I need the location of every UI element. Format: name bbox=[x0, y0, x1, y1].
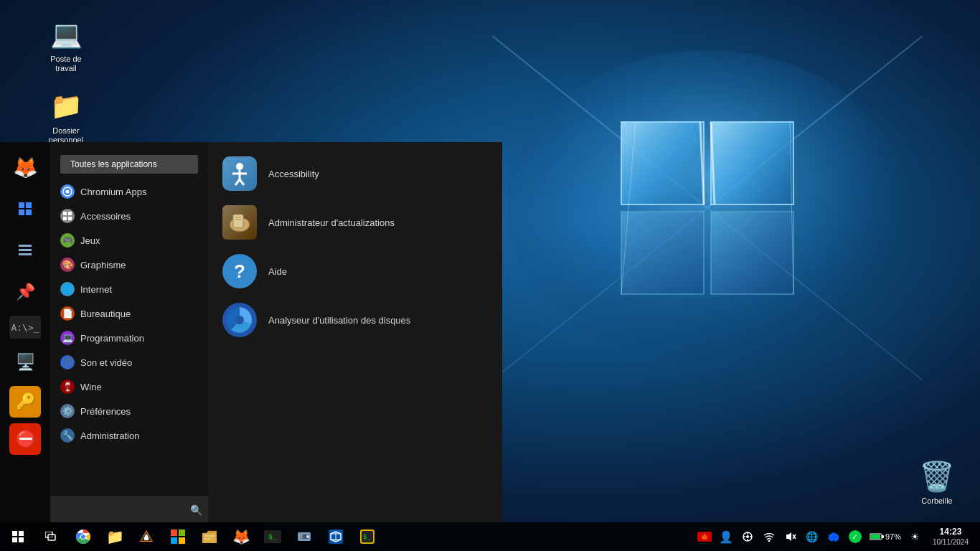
tray-audio-mute[interactable] bbox=[781, 522, 801, 551]
app-aide[interactable]: ? Aide bbox=[208, 247, 502, 296]
jeux-label: Jeux bbox=[80, 235, 100, 246]
tray-brightness[interactable]: ☀ bbox=[905, 522, 925, 551]
sidebar-icon-firefox[interactable]: 🦊 bbox=[7, 149, 43, 185]
svg-line-3 bbox=[492, 208, 707, 380]
tray-check[interactable]: ✓ bbox=[845, 522, 865, 551]
desktop-icon-dossier-personnel[interactable]: 📁 Dossier personnel bbox=[37, 86, 95, 148]
clock-time: 14:23 bbox=[940, 526, 962, 538]
sidebar-icon-key[interactable]: 🔑 bbox=[9, 386, 41, 418]
svg-point-22 bbox=[236, 163, 243, 170]
taskbar-store[interactable] bbox=[162, 522, 194, 551]
tray-network[interactable]: 🌐 bbox=[802, 522, 822, 551]
svg-marker-73 bbox=[786, 532, 791, 541]
app-admin-actualizations[interactable]: Administrateur d'actualizations bbox=[208, 198, 502, 247]
app-disk-analyzer[interactable]: Analyseur d'utilisation des disques bbox=[208, 296, 502, 344]
svg-point-34 bbox=[235, 316, 244, 324]
taskbar-vlc[interactable] bbox=[131, 522, 162, 551]
desktop-icon-poste-travail[interactable]: 💻 Poste de travail bbox=[37, 14, 95, 76]
sidebar-icon-sticky[interactable]: 📌 bbox=[7, 274, 43, 310]
svg-rect-53 bbox=[204, 535, 215, 537]
search-icon[interactable]: 🔍 bbox=[190, 504, 202, 516]
taskbar-firefox[interactable]: 🦊 bbox=[225, 522, 257, 551]
taskbar-terminal[interactable]: $_ bbox=[257, 522, 288, 551]
preferences-label: Préférences bbox=[80, 406, 131, 417]
category-accessoires[interactable]: Accessoires bbox=[50, 204, 208, 228]
svg-rect-54 bbox=[204, 538, 212, 540]
poste-travail-icon: 💻 bbox=[49, 17, 83, 52]
svg-rect-19 bbox=[68, 212, 72, 215]
svg-rect-20 bbox=[63, 217, 67, 220]
programmation-icon: 💻 bbox=[60, 331, 75, 345]
category-son-video[interactable]: 🎵 Son et vidéo bbox=[50, 350, 208, 375]
svg-rect-10 bbox=[26, 202, 32, 208]
svg-point-67 bbox=[746, 535, 749, 538]
graphisme-icon: 🎨 bbox=[60, 258, 75, 272]
sidebar-icon-store[interactable] bbox=[7, 191, 43, 227]
svg-line-8 bbox=[790, 122, 793, 294]
sidebar-icon-block[interactable]: ⛔ bbox=[9, 423, 41, 455]
svg-point-0 bbox=[507, 50, 908, 366]
svg-rect-51 bbox=[179, 537, 185, 544]
tray-battery[interactable]: 97% bbox=[867, 522, 904, 551]
taskbar-file-manager[interactable] bbox=[194, 522, 225, 551]
svg-rect-48 bbox=[171, 529, 177, 536]
tray-dropbox[interactable] bbox=[824, 522, 844, 551]
category-bureautique[interactable]: 📄 Bureautique bbox=[50, 301, 208, 326]
taskbar: 📁 bbox=[0, 522, 980, 551]
category-graphisme[interactable]: 🎨 Graphisme bbox=[50, 253, 208, 277]
svg-rect-36 bbox=[19, 531, 24, 536]
wine-icon: 🍷 bbox=[60, 380, 75, 394]
accessoires-icon bbox=[60, 209, 75, 223]
start-menu-sidebar: 🦊 📌 A:\>_ 🖥️ 🔑 ⛔ bbox=[0, 142, 50, 522]
sidebar-icon-terminal[interactable]: A:\>_ bbox=[9, 316, 41, 339]
category-programmation[interactable]: 💻 Programmation bbox=[50, 326, 208, 350]
tray-wifi[interactable] bbox=[759, 522, 779, 551]
svg-line-5 bbox=[621, 122, 636, 294]
poste-travail-label: Poste de travail bbox=[40, 55, 92, 73]
svg-line-6 bbox=[700, 122, 704, 204]
recycle-bin-label: Corbeille bbox=[921, 496, 952, 505]
category-jeux[interactable]: 🎮 Jeux bbox=[50, 228, 208, 253]
administration-icon: 🔧 bbox=[60, 428, 75, 443]
all-apps-button[interactable]: Toutes les applications bbox=[60, 155, 198, 174]
svg-rect-49 bbox=[179, 529, 185, 536]
dossier-icon: 📁 bbox=[49, 89, 83, 123]
recycle-bin-icon: 🗑️ bbox=[919, 460, 955, 494]
disk-analyzer-icon bbox=[222, 303, 257, 337]
sidebar-icon-tasks[interactable] bbox=[7, 232, 43, 268]
tray-flag[interactable]: 🍁 bbox=[694, 522, 715, 551]
svg-rect-15 bbox=[19, 253, 32, 255]
category-preferences[interactable]: ⚙️ Préférences bbox=[50, 399, 208, 423]
svg-point-43 bbox=[81, 534, 85, 539]
aide-icon: ? bbox=[222, 254, 257, 288]
taskbar-virtualbox[interactable] bbox=[320, 522, 352, 551]
bureautique-icon: 📄 bbox=[60, 306, 75, 321]
taskbar-task-view[interactable] bbox=[36, 522, 67, 551]
tray-clock[interactable]: 14:23 10/11/2024 bbox=[927, 522, 974, 551]
category-wine[interactable]: 🍷 Wine bbox=[50, 375, 208, 399]
battery-level: 97% bbox=[870, 532, 901, 541]
category-chromium-apps[interactable]: Chromium Apps bbox=[50, 179, 208, 204]
search-input[interactable] bbox=[56, 504, 190, 515]
recycle-bin[interactable]: 🗑️ Corbeille bbox=[908, 457, 966, 508]
taskbar-tray: 🍁 👤 bbox=[694, 522, 980, 551]
sidebar-icon-monitor[interactable]: 🖥️ bbox=[7, 344, 43, 380]
accessoires-label: Accessoires bbox=[80, 211, 131, 222]
svg-rect-18 bbox=[63, 212, 67, 215]
taskbar-files[interactable]: 📁 bbox=[99, 522, 131, 551]
wallpaper-logo bbox=[492, 36, 923, 466]
tray-tools[interactable] bbox=[738, 522, 758, 551]
taskbar-chrome[interactable] bbox=[67, 522, 99, 551]
taskbar-thunar[interactable] bbox=[288, 522, 320, 551]
app-accessibility[interactable]: Accessibility bbox=[208, 149, 502, 198]
taskbar-start-button[interactable] bbox=[0, 522, 36, 551]
svg-rect-38 bbox=[19, 537, 24, 542]
taskbar-tilix[interactable]: $_ bbox=[352, 522, 383, 551]
tray-user[interactable]: 👤 bbox=[716, 522, 736, 551]
svg-text:$_: $_ bbox=[363, 533, 371, 540]
category-administration[interactable]: 🔧 Administration bbox=[50, 423, 208, 448]
svg-rect-50 bbox=[171, 537, 177, 544]
category-internet[interactable]: 🌐 Internet bbox=[50, 277, 208, 301]
admin-actualizations-label: Administrateur d'actualizations bbox=[268, 217, 395, 228]
administration-label: Administration bbox=[80, 430, 139, 441]
